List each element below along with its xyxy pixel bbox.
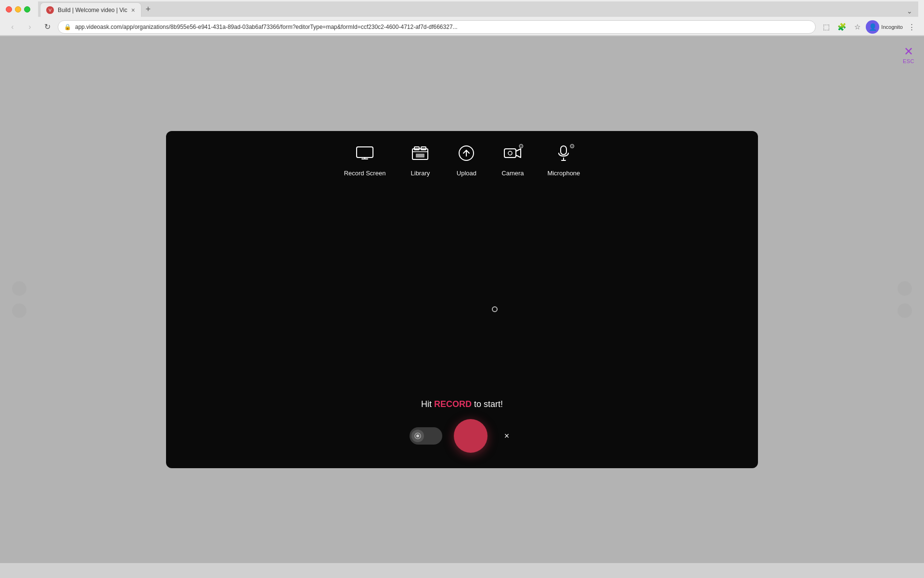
bookmark-btn[interactable]: ☆ xyxy=(850,20,864,34)
record-screen-label: Record Screen xyxy=(344,170,386,177)
forward-btn[interactable]: › xyxy=(23,20,37,34)
refresh-icon: ↻ xyxy=(44,22,51,31)
recording-panel: Record Screen xyxy=(166,131,758,468)
controls-row: × xyxy=(410,419,514,453)
toolbar-item-library[interactable]: Library xyxy=(409,143,432,177)
browser-toolbar-right: ⬚ 🧩 ☆ 👤 Incognito ⋮ xyxy=(820,20,918,34)
traffic-lights xyxy=(6,6,30,13)
window-maximize-btn[interactable] xyxy=(24,6,30,13)
camera-icon-wrapper: ⚙ xyxy=(501,143,524,166)
upload-icon xyxy=(459,145,474,163)
camera-settings-gear[interactable]: ⚙ xyxy=(518,143,524,150)
camera-label: Camera xyxy=(501,170,524,177)
svg-rect-10 xyxy=(561,146,566,155)
window-close-btn[interactable] xyxy=(6,6,12,13)
address-bar-row: ‹ › ↻ 🔒 app.videoask.com/app/organizatio… xyxy=(0,18,924,36)
microphone-label: Microphone xyxy=(547,170,580,177)
discard-btn[interactable]: × xyxy=(499,428,514,444)
extension-icon-btn[interactable]: 🧩 xyxy=(835,20,848,34)
new-tab-btn[interactable]: + xyxy=(141,2,155,16)
toggle-switch[interactable] xyxy=(410,427,442,445)
cursor-indicator xyxy=(492,306,498,312)
record-toolbar: Record Screen xyxy=(344,131,580,184)
upload-icon-wrapper xyxy=(455,143,478,166)
microphone-icon-wrapper: ⚙ xyxy=(552,143,575,166)
toolbar-item-microphone[interactable]: ⚙ Microphone xyxy=(547,143,580,177)
record-screen-icon-wrapper xyxy=(353,143,376,166)
library-icon xyxy=(412,146,428,162)
modal-overlay: ✕ ESC xyxy=(0,36,924,563)
svg-rect-6 xyxy=(416,154,424,158)
hint-keyword: RECORD xyxy=(434,399,472,409)
lock-icon: 🔒 xyxy=(64,24,71,30)
back-icon: ‹ xyxy=(11,23,13,31)
star-icon: ☆ xyxy=(854,23,860,31)
page-content: ✕ ESC xyxy=(0,36,924,563)
hint-suffix: to start! xyxy=(472,399,503,409)
cast-btn[interactable]: ⬚ xyxy=(820,20,833,34)
browser-titlebar: V Build | Welcome video | Vic × + ⌄ xyxy=(0,0,924,18)
cast-icon: ⬚ xyxy=(823,23,830,31)
tab-favicon: V xyxy=(46,6,54,14)
hint-prefix: Hit xyxy=(421,399,434,409)
profile-icon: 👤 xyxy=(869,23,877,31)
hit-record-hint: Hit RECORD to start! xyxy=(421,399,503,409)
svg-point-9 xyxy=(508,151,512,155)
record-bottom: Hit RECORD to start! xyxy=(166,390,758,468)
esc-x-icon: ✕ xyxy=(904,46,913,57)
toolbar-item-upload[interactable]: Upload xyxy=(455,143,478,177)
toolbar-item-record-screen[interactable]: Record Screen xyxy=(344,143,386,177)
upload-label: Upload xyxy=(457,170,476,177)
tab-list-btn[interactable]: ⌄ xyxy=(903,5,916,17)
tab-title: Build | Welcome video | Vic xyxy=(58,7,128,13)
tab-bar: V Build | Welcome video | Vic × + ⌄ xyxy=(38,1,918,17)
active-tab[interactable]: V Build | Welcome video | Vic × xyxy=(40,2,141,17)
esc-button[interactable]: ✕ ESC xyxy=(903,46,914,64)
profile-btn[interactable]: 👤 xyxy=(866,20,879,34)
microphone-icon xyxy=(558,145,569,163)
browser-chrome: V Build | Welcome video | Vic × + ⌄ ‹ › … xyxy=(0,0,924,36)
svg-rect-0 xyxy=(357,147,373,158)
svg-point-13 xyxy=(416,434,419,437)
esc-label: ESC xyxy=(903,58,914,64)
library-icon-wrapper xyxy=(409,143,432,166)
toggle-icon xyxy=(411,430,424,442)
incognito-label: Incognito xyxy=(881,24,903,30)
discard-icon: × xyxy=(504,431,510,441)
microphone-settings-gear[interactable]: ⚙ xyxy=(569,143,575,150)
record-screen-icon xyxy=(356,146,373,162)
menu-btn[interactable]: ⋮ xyxy=(905,20,918,34)
tab-close-btn[interactable]: × xyxy=(131,6,135,14)
toolbar-item-camera[interactable]: ⚙ Camera xyxy=(501,143,524,177)
library-label: Library xyxy=(411,170,430,177)
refresh-btn[interactable]: ↻ xyxy=(40,20,54,34)
svg-rect-8 xyxy=(504,149,516,158)
back-btn[interactable]: ‹ xyxy=(6,20,19,34)
menu-icon: ⋮ xyxy=(908,23,915,31)
address-bar[interactable]: 🔒 app.videoask.com/app/organizations/8b9… xyxy=(58,20,816,34)
address-text: app.videoask.com/app/organizations/8b955… xyxy=(75,24,809,30)
record-button[interactable] xyxy=(454,419,488,453)
extension-icon: 🧩 xyxy=(837,23,847,31)
forward-icon: › xyxy=(28,23,31,31)
window-minimize-btn[interactable] xyxy=(15,6,21,13)
record-center xyxy=(166,184,758,390)
